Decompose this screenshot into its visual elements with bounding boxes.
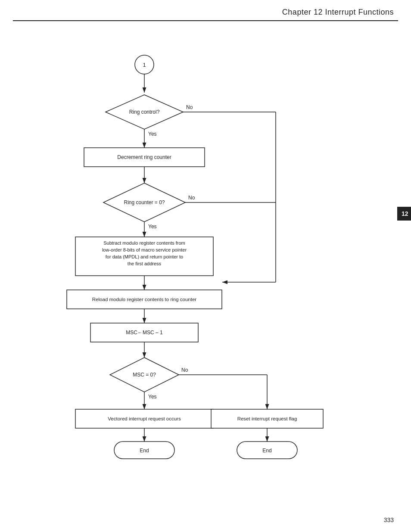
- page-header: Chapter 12 Interrupt Functions: [0, 0, 411, 17]
- msc-zero-label: MSC = 0?: [133, 372, 156, 378]
- no-label-3: No: [181, 367, 188, 373]
- end2-label: End: [262, 448, 271, 454]
- yes-label-1: Yes: [148, 131, 157, 137]
- chapter-tab-badge: 12: [397, 207, 411, 221]
- ring-zero-label: Ring counter = 0?: [124, 199, 165, 205]
- ring-control-label: Ring control?: [129, 109, 160, 115]
- end1-label: End: [140, 448, 149, 454]
- yes-label-2: Yes: [148, 224, 157, 230]
- no-label-1: No: [186, 104, 193, 110]
- subtract-label-1: Subtract modulo register contents from: [103, 240, 185, 246]
- flowchart-svg: 1 Ring control? No Yes Decrement ring co…: [0, 41, 411, 515]
- decrement-label: Decrement ring counter: [117, 154, 171, 160]
- msc-decrement-label: MSC←MSC – 1: [126, 330, 163, 336]
- subtract-label-4: the first address: [128, 261, 162, 266]
- subtract-label-3: for data (MPDL) and return pointer to: [106, 254, 183, 259]
- no-label-2: No: [188, 195, 195, 201]
- page-number: 333: [384, 516, 394, 523]
- header-rule: [13, 20, 398, 21]
- flowchart-container: 1 Ring control? No Yes Decrement ring co…: [0, 41, 411, 515]
- vectored-label: Vectored interrupt request occurs: [108, 416, 181, 421]
- yes-label-3: Yes: [148, 394, 157, 400]
- reset-flag-label: Reset interrupt request flag: [237, 416, 297, 421]
- reload-label: Reload modulo register contents to ring …: [92, 297, 196, 302]
- chapter-title: Chapter 12 Interrupt Functions: [282, 8, 394, 17]
- start-label: 1: [143, 62, 146, 68]
- subtract-label-2: low-order 8-bits of macro service pointe…: [102, 247, 187, 252]
